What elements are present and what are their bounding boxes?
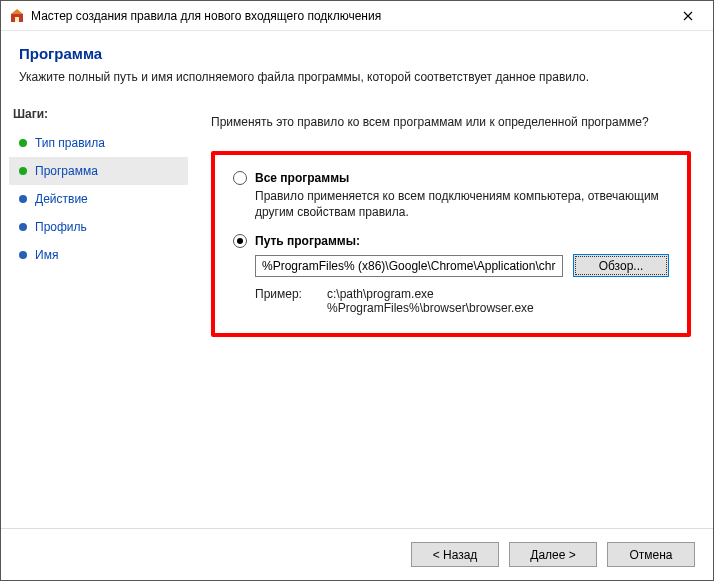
example-label: Пример: — [255, 287, 327, 315]
sidebar: Шаги: Тип правила Программа Действие Про… — [1, 97, 189, 528]
radio-program-path[interactable] — [233, 234, 247, 248]
step-bullet-icon — [19, 167, 27, 175]
next-button[interactable]: Далее > — [509, 542, 597, 567]
step-bullet-icon — [19, 139, 27, 147]
body: Шаги: Тип правила Программа Действие Про… — [1, 96, 713, 528]
program-path-row: Обзор... — [255, 254, 669, 277]
radio-all-programs[interactable] — [233, 171, 247, 185]
page-subtitle: Укажите полный путь и имя исполняемого ф… — [19, 70, 695, 84]
wizard-icon — [9, 8, 25, 24]
option-all-programs[interactable]: Все программы — [233, 171, 669, 185]
program-path-input[interactable] — [255, 255, 563, 277]
radio-all-programs-label: Все программы — [255, 171, 349, 185]
example-lines: c:\path\program.exe %ProgramFiles%\brows… — [327, 287, 534, 315]
sidebar-item-action[interactable]: Действие — [9, 185, 188, 213]
question-text: Применять это правило ко всем программам… — [211, 115, 691, 129]
close-button[interactable] — [671, 2, 705, 30]
sidebar-item-profile[interactable]: Профиль — [9, 213, 188, 241]
svg-marker-1 — [11, 9, 23, 14]
sidebar-item-label: Программа — [35, 164, 98, 178]
steps-heading: Шаги: — [13, 107, 188, 121]
sidebar-item-name[interactable]: Имя — [9, 241, 188, 269]
page-title: Программа — [19, 45, 695, 62]
step-bullet-icon — [19, 251, 27, 259]
sidebar-item-program[interactable]: Программа — [9, 157, 188, 185]
wizard-window: Мастер создания правила для нового входя… — [0, 0, 714, 581]
sidebar-item-label: Имя — [35, 248, 58, 262]
example-block: Пример: c:\path\program.exe %ProgramFile… — [255, 287, 669, 315]
sidebar-item-rule-type[interactable]: Тип правила — [9, 129, 188, 157]
back-button[interactable]: < Назад — [411, 542, 499, 567]
step-bullet-icon — [19, 195, 27, 203]
footer: < Назад Далее > Отмена — [1, 528, 713, 580]
main-content: Применять это правило ко всем программам… — [189, 97, 713, 528]
radio-program-path-label: Путь программы: — [255, 234, 360, 248]
cancel-button[interactable]: Отмена — [607, 542, 695, 567]
svg-rect-2 — [15, 17, 19, 22]
page-header: Программа Укажите полный путь и имя испо… — [1, 31, 713, 96]
sidebar-item-label: Тип правила — [35, 136, 105, 150]
highlight-box: Все программы Правило применяется ко все… — [211, 151, 691, 337]
window-title: Мастер создания правила для нового входя… — [31, 9, 671, 23]
sidebar-item-label: Профиль — [35, 220, 87, 234]
titlebar: Мастер создания правила для нового входя… — [1, 1, 713, 31]
browse-button[interactable]: Обзор... — [573, 254, 669, 277]
option-program-path[interactable]: Путь программы: — [233, 234, 669, 248]
option-all-programs-desc: Правило применяется ко всем подключениям… — [255, 188, 669, 220]
sidebar-item-label: Действие — [35, 192, 88, 206]
step-bullet-icon — [19, 223, 27, 231]
